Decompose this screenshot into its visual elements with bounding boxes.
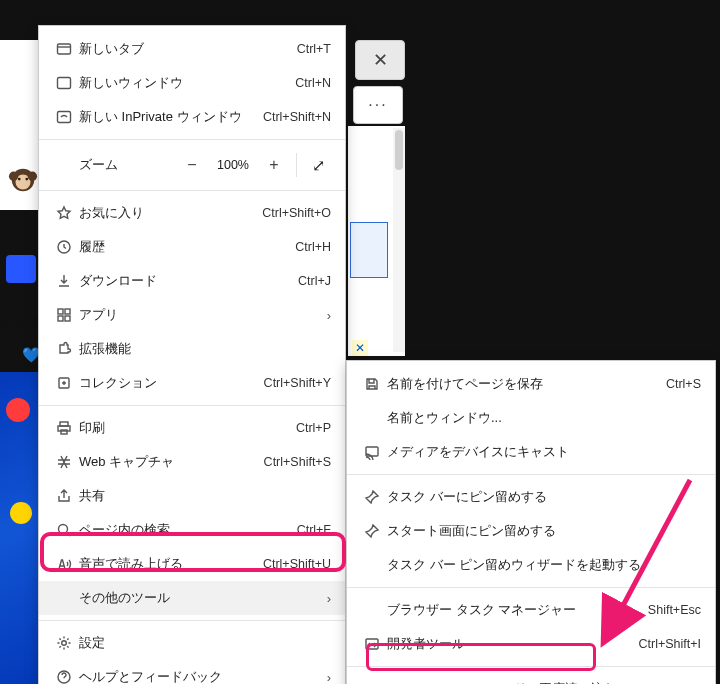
svg-rect-7 [58, 78, 71, 89]
submenuitem-pin-start[interactable]: スタート画面にピン留めする [347, 514, 715, 548]
menuitem-label: ヘルプとフィードバック [75, 668, 315, 684]
menuitem-shortcut: Ctrl+N [295, 76, 331, 90]
menuitem-shortcut: Ctrl+T [297, 42, 331, 56]
menu-separator [347, 666, 715, 667]
menu-separator [39, 620, 345, 621]
menuitem-favorites[interactable]: お気に入り Ctrl+Shift+O [39, 196, 345, 230]
monkey-avatar-icon [8, 165, 38, 195]
chevron-right-icon: › [315, 591, 331, 606]
menuitem-help[interactable]: ヘルプとフィードバック › [39, 660, 345, 684]
menuitem-share[interactable]: 共有 [39, 479, 345, 513]
tab-close-button[interactable]: ✕ [355, 40, 405, 80]
star-icon [53, 205, 75, 221]
menuitem-label: 音声で読み上げる [75, 555, 263, 573]
zoom-label: ズーム [79, 156, 118, 174]
menuitem-label: コレクション [75, 374, 264, 392]
submenuitem-save-page[interactable]: 名前を付けてページを保存 Ctrl+S [347, 367, 715, 401]
menuitem-label: 新しいタブ [75, 40, 297, 58]
svg-point-2 [9, 172, 18, 181]
menuitem-new-inprivate[interactable]: 新しい InPrivate ウィンドウ Ctrl+Shift+N [39, 100, 345, 134]
menuitem-label: スタート画面にピン留めする [383, 522, 701, 540]
svg-point-18 [59, 525, 68, 534]
read-aloud-icon [53, 556, 75, 572]
zoom-divider [296, 153, 297, 177]
menuitem-print[interactable]: 印刷 Ctrl+P [39, 411, 345, 445]
menuitem-label: ページ内の検索 [75, 521, 297, 539]
menuitem-more-tools[interactable]: その他のツール › [39, 581, 345, 615]
menuitem-label: 履歴 [75, 238, 295, 256]
svg-point-3 [28, 172, 37, 181]
submenuitem-name-window[interactable]: 名前とウィンドウ... [347, 401, 715, 435]
svg-rect-12 [58, 316, 63, 321]
submenuitem-pin-taskbar[interactable]: タスク バーにピン留めする [347, 480, 715, 514]
menuitem-read-aloud[interactable]: 音声で読み上げる Ctrl+Shift+U [39, 547, 345, 581]
submenuitem-cast[interactable]: メディアをデバイスにキャスト [347, 435, 715, 469]
pin-icon [361, 523, 383, 539]
share-icon [53, 488, 75, 504]
history-icon [53, 239, 75, 255]
menuitem-history[interactable]: 履歴 Ctrl+H [39, 230, 345, 264]
menuitem-new-window[interactable]: 新しいウィンドウ Ctrl+N [39, 66, 345, 100]
menuitem-label: ブラウザー タスク マネージャー [383, 601, 648, 619]
background-blue-promo-strip [0, 372, 38, 684]
help-icon [53, 669, 75, 684]
menuitem-label: 新しい InPrivate ウィンドウ [75, 108, 263, 126]
search-icon [53, 522, 75, 538]
menuitem-apps[interactable]: アプリ › [39, 298, 345, 332]
svg-rect-11 [65, 309, 70, 314]
submenuitem-dev-tools[interactable]: 開発者ツール Ctrl+Shift+I [347, 627, 715, 661]
menuitem-label: 印刷 [75, 419, 296, 437]
background-dismiss-x-icon[interactable]: ✕ [352, 340, 368, 356]
devtools-icon [361, 636, 383, 652]
menuitem-label: お気に入り [75, 204, 262, 222]
collections-icon [53, 375, 75, 391]
menuitem-shortcut: Ctrl+Shift+O [262, 206, 331, 220]
menu-separator [347, 474, 715, 475]
menuitem-extensions[interactable]: 拡張機能 [39, 332, 345, 366]
puzzle-icon [53, 341, 75, 357]
menuitem-label: Web キャプチャ [75, 453, 264, 471]
menuitem-label: その他のツール [75, 589, 315, 607]
capture-icon [53, 454, 75, 470]
fullscreen-button[interactable]: ⤢ [301, 156, 335, 175]
menuitem-web-capture[interactable]: Web キャプチャ Ctrl+Shift+S [39, 445, 345, 479]
submenuitem-ie-mode[interactable]: Internet Explorer モードで再度読み込む [347, 672, 715, 684]
menu-separator [347, 587, 715, 588]
cast-icon [361, 444, 383, 460]
more-tools-submenu: 名前を付けてページを保存 Ctrl+S 名前とウィンドウ... メディアをデバイ… [346, 360, 716, 684]
menuitem-label: 共有 [75, 487, 331, 505]
svg-rect-13 [65, 316, 70, 321]
apps-icon [53, 307, 75, 323]
save-icon [361, 376, 383, 392]
menuitem-label: 開発者ツール [383, 635, 638, 653]
more-options-button[interactable]: ··· [353, 86, 403, 124]
background-scrollbar[interactable] [393, 128, 405, 352]
submenuitem-task-manager[interactable]: ブラウザー タスク マネージャー Shift+Esc [347, 593, 715, 627]
menuitem-label: Internet Explorer モードで再度読み込む [383, 680, 701, 684]
svg-point-5 [25, 178, 28, 181]
menuitem-label: ダウンロード [75, 272, 298, 290]
menuitem-collections[interactable]: コレクション Ctrl+Shift+Y [39, 366, 345, 400]
new-tab-icon [53, 41, 75, 57]
gear-icon [53, 635, 75, 651]
menu-separator [39, 405, 345, 406]
zoom-out-button[interactable]: − [174, 156, 210, 174]
menuitem-downloads[interactable]: ダウンロード Ctrl+J [39, 264, 345, 298]
menuitem-shortcut: Ctrl+Shift+I [638, 637, 701, 651]
svg-rect-17 [61, 430, 67, 434]
menuitem-new-tab[interactable]: 新しいタブ Ctrl+T [39, 32, 345, 66]
zoom-in-button[interactable]: + [256, 156, 292, 174]
print-icon [53, 420, 75, 436]
menuitem-shortcut: Ctrl+P [296, 421, 331, 435]
edge-settings-menu: 新しいタブ Ctrl+T 新しいウィンドウ Ctrl+N 新しい InPriva… [38, 25, 346, 684]
svg-rect-8 [58, 112, 71, 123]
menuitem-find[interactable]: ページ内の検索 Ctrl+F [39, 513, 345, 547]
submenuitem-pin-wizard[interactable]: タスク バー ピン留めウィザードを起動する [347, 548, 715, 582]
menuitem-label: メディアをデバイスにキャスト [383, 443, 701, 461]
menuitem-shortcut: Ctrl+Shift+U [263, 557, 331, 571]
menuitem-shortcut: Ctrl+F [297, 523, 331, 537]
menuitem-settings[interactable]: 設定 [39, 626, 345, 660]
menuitem-label: 設定 [75, 634, 331, 652]
menuitem-label: 名前とウィンドウ... [383, 409, 701, 427]
background-blue-button [6, 255, 36, 283]
